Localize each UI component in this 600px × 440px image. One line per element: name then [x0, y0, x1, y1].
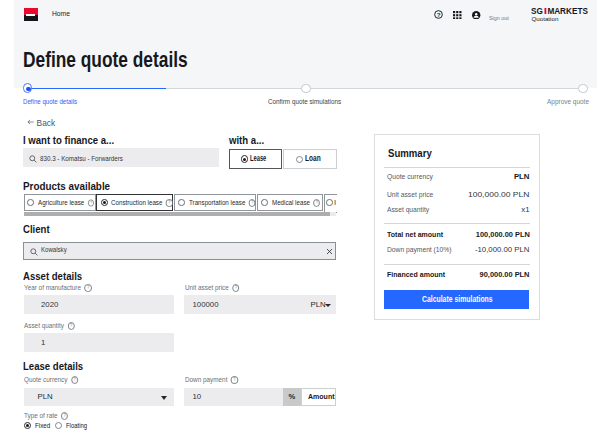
- svg-text:?: ?: [436, 11, 440, 18]
